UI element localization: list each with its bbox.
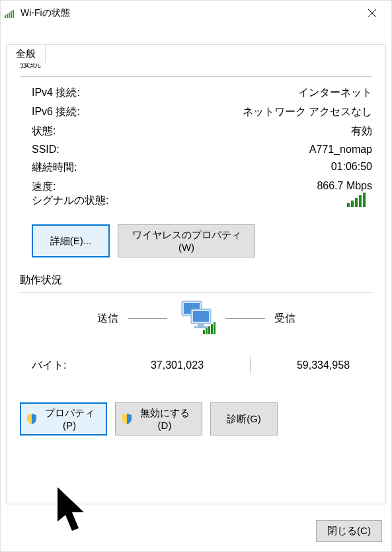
ssid-value: A771_nomap xyxy=(309,144,372,156)
titlebar: Wi-Fiの状態 xyxy=(1,1,391,26)
dash-right xyxy=(225,318,265,319)
disable-button-label: 無効にする(D) xyxy=(134,407,195,431)
sent-label: 送信 xyxy=(52,312,118,326)
network-computers-icon xyxy=(176,300,216,338)
svg-rect-20 xyxy=(208,326,210,334)
svg-rect-2 xyxy=(9,13,10,18)
ipv6-value: ネットワーク アクセスなし xyxy=(243,105,372,119)
svg-rect-16 xyxy=(198,324,204,326)
shield-icon xyxy=(27,414,36,424)
divider xyxy=(20,76,372,77)
activity-button-row: プロパティ(P) 無効にする(D) 診断(G) xyxy=(20,402,372,436)
window-close-button[interactable] xyxy=(357,3,387,24)
bytes-separator xyxy=(250,352,251,379)
bytes-sent-value: 37,301,023 xyxy=(131,359,223,371)
speed-label: 速度: xyxy=(32,180,56,194)
wireless-properties-button[interactable]: ワイヤレスのプロパティ(W) xyxy=(118,224,255,257)
window-title: Wi-Fiの状態 xyxy=(20,7,70,19)
svg-rect-17 xyxy=(194,326,208,328)
svg-rect-9 xyxy=(355,198,358,207)
wifi-status-window: Wi-Fiの状態 全般 接続 IPv4 接続: インターネット IPv6 接続: xyxy=(0,0,392,552)
svg-rect-8 xyxy=(351,201,354,207)
connection-section-label: 接続 xyxy=(20,57,372,71)
properties-button[interactable]: プロパティ(P) xyxy=(20,402,107,436)
ssid-label: SSID: xyxy=(32,144,59,156)
row-ssid: SSID: A771_nomap xyxy=(32,141,372,158)
svg-rect-10 xyxy=(359,195,362,207)
close-icon xyxy=(368,9,376,17)
wifi-signal-icon xyxy=(5,9,17,18)
shield-icon xyxy=(122,414,132,424)
tab-panel-general: 接続 IPv4 接続: インターネット IPv6 接続: ネットワーク アクセス… xyxy=(6,44,386,504)
dash-left xyxy=(128,318,167,319)
divider xyxy=(20,293,372,293)
signal-strength-icon xyxy=(347,191,368,210)
svg-rect-19 xyxy=(206,328,208,334)
connection-details: IPv4 接続: インターネット IPv6 接続: ネットワーク アクセスなし … xyxy=(20,83,372,257)
activity-section-label: 動作状況 xyxy=(20,273,372,287)
svg-rect-7 xyxy=(347,203,350,207)
received-label: 受信 xyxy=(274,312,340,326)
tab-strip: 全般 接続 IPv4 接続: インターネット IPv6 接続: ネットワーク ア… xyxy=(6,44,386,504)
bytes-row: バイト: 37,301,023 59,334,958 xyxy=(20,352,372,379)
diagnose-button[interactable]: 診断(G) xyxy=(210,402,278,436)
bytes-label: バイト: xyxy=(32,359,104,373)
row-signal: シグナルの状態: xyxy=(32,191,372,210)
svg-rect-0 xyxy=(5,15,6,18)
bytes-received-value: 59,334,958 xyxy=(277,359,370,371)
state-value: 有効 xyxy=(351,124,372,138)
close-button[interactable]: 閉じる(C) xyxy=(316,520,382,542)
svg-rect-15 xyxy=(193,311,209,322)
tab-general[interactable]: 全般 xyxy=(6,44,46,64)
ipv4-value: インターネット xyxy=(298,86,372,100)
activity-graphic: 送信 xyxy=(20,300,372,338)
connection-button-row: 詳細(E)... ワイヤレスのプロパティ(W) xyxy=(32,224,372,257)
svg-rect-18 xyxy=(203,330,205,334)
properties-button-label: プロパティ(P) xyxy=(39,407,100,431)
signal-label: シグナルの状態: xyxy=(32,194,108,208)
duration-label: 継続時間: xyxy=(32,161,77,175)
state-label: 状態: xyxy=(32,124,56,138)
row-state: 状態: 有効 xyxy=(32,122,372,141)
svg-rect-11 xyxy=(363,193,366,207)
dialog-footer: 閉じる(C) xyxy=(316,520,382,542)
svg-rect-4 xyxy=(13,10,14,18)
row-ipv4: IPv4 接続: インターネット xyxy=(32,83,372,103)
svg-rect-21 xyxy=(211,324,213,334)
duration-value: 01:06:50 xyxy=(331,161,372,175)
row-duration: 継続時間: 01:06:50 xyxy=(32,158,372,177)
activity-section: 動作状況 送信 xyxy=(20,273,372,436)
svg-rect-3 xyxy=(11,11,12,18)
details-button[interactable]: 詳細(E)... xyxy=(32,224,110,257)
svg-rect-22 xyxy=(214,322,216,334)
row-ipv6: IPv6 接続: ネットワーク アクセスなし xyxy=(32,103,372,122)
svg-rect-1 xyxy=(7,14,8,18)
ipv4-label: IPv4 接続: xyxy=(32,86,80,100)
ipv6-label: IPv6 接続: xyxy=(32,105,80,119)
disable-button[interactable]: 無効にする(D) xyxy=(115,402,202,436)
